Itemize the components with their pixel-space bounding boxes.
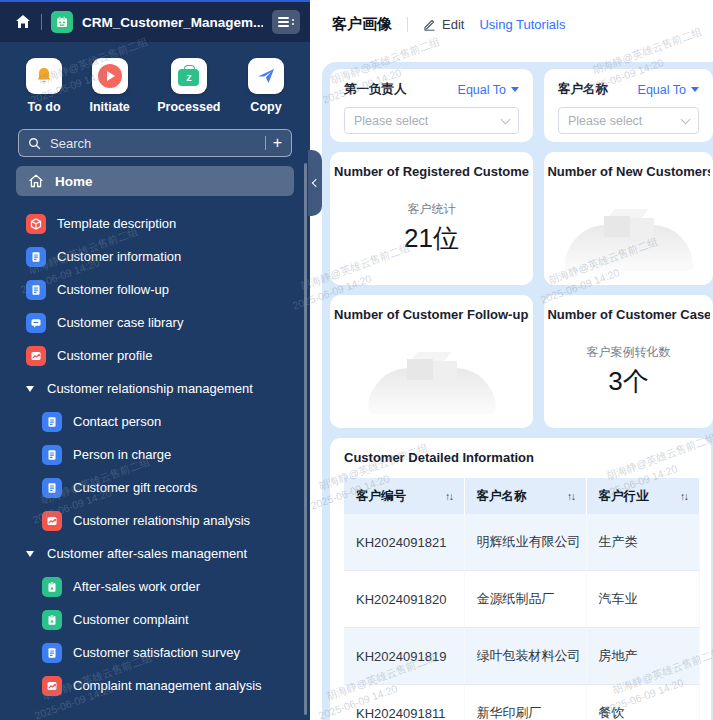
sidebar-search (18, 129, 292, 157)
table-title: Customer Detailed Information (344, 450, 699, 465)
add-button[interactable] (273, 135, 282, 151)
table-row[interactable]: KH2024091811 新华印刷厂 餐饮 (344, 685, 699, 720)
search-input[interactable] (48, 135, 258, 152)
sidebar-menu: Template description Customer informatio… (0, 207, 310, 702)
paper-plane-icon (248, 58, 284, 94)
copy-label: Copy (250, 100, 281, 114)
dashboard-panel: 第一负责人 Equal To Please select 客户名称 (322, 62, 713, 720)
sidebar-item-customer-follow-up[interactable]: Customer follow-up (0, 273, 310, 306)
stat-card-new-customers: Number of New Customers (544, 152, 713, 285)
cell-customer-name[interactable]: 明辉纸业有限公司 (464, 514, 586, 571)
trend-chart-icon (26, 346, 46, 366)
hamburger-menu-button[interactable] (272, 10, 300, 34)
stat-metric-value: 3个 (608, 364, 648, 399)
stat-title: Number of New Customers (547, 164, 709, 179)
copy-button[interactable]: Copy (248, 58, 284, 114)
chat-icon (26, 313, 46, 333)
chevron-down-icon (681, 114, 691, 124)
using-tutorials-link[interactable]: Using Tutorials (479, 17, 565, 32)
content-header: 客户画像 Edit Using Tutorials (310, 0, 713, 34)
cell-customer-name[interactable]: 绿叶包装材料公司 (464, 628, 586, 685)
chevron-down-icon (26, 386, 34, 392)
table-header-row: 客户编号↑↓ 客户名称↑↓ 客户行业↑↓ (344, 478, 699, 514)
sidebar-item-customer-information[interactable]: Customer information (0, 240, 310, 273)
initiate-label: Initiate (89, 100, 129, 114)
table-row[interactable]: KH2024091820 金源纸制品厂 汽车业 (344, 571, 699, 628)
sidebar-collapse-handle[interactable] (308, 150, 322, 216)
sidebar-header: CRM_Customer_Managem... (0, 0, 310, 42)
sidebar-item-label: Customer relationship analysis (73, 513, 250, 528)
sidebar-item-label: Customer satisfaction survey (73, 645, 240, 660)
table-row[interactable]: KH2024091821 明辉纸业有限公司 生产类 (344, 514, 699, 571)
column-header-customer-industry[interactable]: 客户行业↑↓ (586, 478, 699, 514)
trend-chart-icon (42, 676, 62, 696)
filter-select[interactable]: Please select (344, 107, 519, 134)
sidebar-group-customer-relationship-management[interactable]: Customer relationship management (0, 372, 310, 405)
sidebar-item-contact-person[interactable]: Contact person (0, 405, 310, 438)
cell-customer-industry[interactable]: 餐饮 (586, 685, 699, 720)
sidebar-item-customer-case-library[interactable]: Customer case library (0, 306, 310, 339)
header-divider (41, 14, 42, 30)
processed-button[interactable]: z Processed (157, 58, 220, 114)
sidebar-scrollbar[interactable] (304, 163, 307, 715)
stat-metric-label: 客户统计 (407, 201, 455, 218)
sort-icon[interactable]: ↑↓ (567, 490, 575, 502)
trend-chart-icon (42, 511, 62, 531)
chevron-left-icon (312, 179, 320, 187)
search-icon (28, 137, 41, 150)
filter-operator-dropdown[interactable]: Equal To (638, 83, 699, 97)
sidebar-item-home[interactable]: Home (16, 166, 294, 196)
cell-customer-name[interactable]: 新华印刷厂 (464, 685, 586, 720)
main-content: 客户画像 Edit Using Tutorials 第一负责人 Equal To (310, 0, 713, 720)
operator-label: Equal To (638, 83, 686, 97)
sidebar-group-customer-after-sales-management[interactable]: Customer after-sales management (0, 537, 310, 570)
sidebar-item-complaint-management-analysis[interactable]: Complaint management analysis (0, 669, 310, 702)
cell-customer-no[interactable]: KH2024091819 (344, 628, 464, 685)
todo-button[interactable]: To do (26, 58, 62, 114)
column-header-customer-name[interactable]: 客户名称↑↓ (464, 478, 586, 514)
cell-customer-industry[interactable]: 生产类 (586, 514, 699, 571)
customer-table: 客户编号↑↓ 客户名称↑↓ 客户行业↑↓ KH20240918 (344, 478, 700, 720)
filter-label: 客户名称 (558, 81, 608, 98)
chevron-down-icon (501, 114, 511, 124)
operator-label: Equal To (458, 83, 506, 97)
sidebar-item-customer-satisfaction-survey[interactable]: Customer satisfaction survey (0, 636, 310, 669)
edit-button[interactable]: Edit (423, 17, 464, 32)
initiate-button[interactable]: Initiate (89, 58, 129, 114)
sort-icon[interactable]: ↑↓ (680, 490, 688, 502)
cell-customer-no[interactable]: KH2024091820 (344, 571, 464, 628)
filter-select[interactable]: Please select (558, 107, 699, 134)
sidebar-item-label: Customer complaint (73, 612, 189, 627)
sidebar-item-label: Customer information (57, 249, 181, 264)
hamburger-icon (278, 15, 289, 29)
select-placeholder: Please select (354, 114, 428, 128)
cell-customer-name[interactable]: 金源纸制品厂 (464, 571, 586, 628)
home-icon[interactable] (14, 13, 32, 31)
cube-icon (26, 214, 46, 234)
document-icon (42, 643, 62, 663)
select-placeholder: Please select (568, 114, 642, 128)
empty-state-illustration (368, 322, 496, 428)
cell-customer-industry[interactable]: 汽车业 (586, 571, 699, 628)
table-row[interactable]: KH2024091819 绿叶包装材料公司 房地产 (344, 628, 699, 685)
sidebar-item-label: Template description (57, 216, 176, 231)
sidebar-item-label: Customer gift records (73, 480, 197, 495)
sort-icon[interactable]: ↑↓ (445, 490, 453, 502)
sidebar-item-customer-complaint[interactable]: Customer complaint (0, 603, 310, 636)
sidebar-item-customer-gift-records[interactable]: Customer gift records (0, 471, 310, 504)
sidebar-item-template-description[interactable]: Template description (0, 207, 310, 240)
sidebar-item-customer-profile[interactable]: Customer profile (0, 339, 310, 372)
cell-customer-industry[interactable]: 房地产 (586, 628, 699, 685)
cell-customer-no[interactable]: KH2024091821 (344, 514, 464, 571)
sidebar-item-customer-relationship-analysis[interactable]: Customer relationship analysis (0, 504, 310, 537)
sidebar-item-person-in-charge[interactable]: Person in charge (0, 438, 310, 471)
cell-customer-no[interactable]: KH2024091811 (344, 685, 464, 720)
app-title: CRM_Customer_Managem... (82, 15, 263, 30)
sidebar-item-label: Customer follow-up (57, 282, 169, 297)
stat-metric-value: 21位 (404, 221, 459, 256)
sidebar-item-after-sales-work-order[interactable]: After-sales work order (0, 570, 310, 603)
filter-operator-dropdown[interactable]: Equal To (458, 83, 519, 97)
sidebar-item-label: Person in charge (73, 447, 171, 462)
column-header-customer-no[interactable]: 客户编号↑↓ (344, 478, 464, 514)
customer-table-card: Customer Detailed Information 客户编号↑↓ 客户名… (330, 438, 711, 720)
